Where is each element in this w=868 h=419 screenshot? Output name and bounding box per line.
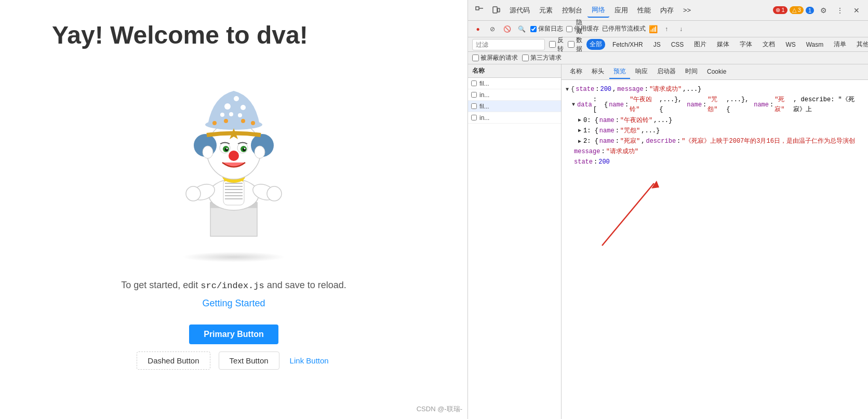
tab-elements[interactable]: 元素 (535, 4, 557, 17)
svg-line-47 (602, 183, 654, 246)
devtools-tabs: 源代码 元素 控制台 网络 应用 性能 内存 >> (505, 3, 771, 18)
network-filter-bar: 反转 隐藏数据网址 全部 Fetch/XHR JS CSS 图片 媒体 字体 文… (468, 37, 868, 52)
settings-icon[interactable]: ⚙ (816, 3, 831, 18)
search-icon[interactable]: 🔍 (516, 23, 527, 35)
svg-point-37 (229, 151, 239, 161)
tab-more[interactable]: >> (679, 4, 695, 16)
preview-tab-cookie[interactable]: Cookie (703, 66, 730, 78)
file-name: fil... (479, 80, 563, 87)
download-icon[interactable]: ↓ (675, 23, 687, 35)
filter-fetch[interactable]: Fetch/XHR (609, 40, 646, 49)
filter-js[interactable]: JS (650, 40, 664, 49)
svg-rect-43 (476, 7, 479, 10)
page-title: Yay! Welcome to dva! (52, 21, 308, 49)
preview-tab-time[interactable]: 时间 (681, 65, 702, 79)
preview-tab-response[interactable]: 响应 (631, 65, 652, 79)
svg-point-24 (220, 113, 224, 117)
preview-tab-initiator[interactable]: 启动器 (653, 65, 680, 79)
svg-point-27 (241, 119, 245, 123)
svg-point-26 (224, 119, 228, 123)
close-devtools-icon[interactable]: ✕ (849, 3, 864, 18)
third-party-checkbox[interactable]: 第三方请求 (522, 53, 562, 62)
filter-input[interactable] (472, 39, 545, 50)
filter-wasm[interactable]: Wasm (803, 40, 827, 49)
svg-point-41 (255, 146, 265, 158)
annotation-arrow (576, 178, 680, 261)
filter-other[interactable]: 其他 (853, 39, 868, 50)
filter-css[interactable]: CSS (668, 40, 687, 49)
clown-illustration (156, 65, 312, 241)
text-button[interactable]: Text Button (219, 352, 279, 370)
svg-point-19 (224, 103, 231, 110)
expand-data-arrow[interactable] (572, 101, 575, 109)
json-state-line: state : 200 (572, 157, 864, 167)
getting-started-link[interactable]: Getting Started (202, 298, 265, 309)
network-row[interactable]: in... (468, 89, 561, 101)
svg-point-25 (212, 121, 217, 125)
json-data-line: data : [ { name : "午夜凶铃" ,...}, { name :… (572, 95, 864, 115)
network-filter-bar2: 被屏蔽的请求 第三方请求 (468, 52, 868, 64)
name-col-header: 名称 (472, 66, 485, 75)
devtools-main: 名称 fil... in... fil... in... (468, 64, 868, 419)
filter-doc[interactable]: 文档 (759, 39, 778, 50)
network-row[interactable]: fil... (468, 78, 561, 89)
preserve-log-checkbox[interactable]: 保留日志 (530, 24, 563, 33)
info-badge: 1 (806, 7, 814, 14)
svg-point-22 (229, 112, 233, 116)
inspect-icon[interactable] (472, 3, 487, 18)
network-row[interactable]: in... (468, 112, 561, 124)
json-root-line: { state : 200 , message : "请求成功" ,...} (566, 85, 864, 94)
svg-point-36 (244, 148, 246, 150)
device-icon[interactable] (489, 3, 503, 18)
preview-content: { state : 200 , message : "请求成功" ,...} d… (562, 80, 868, 419)
devtools-right-icons: ⊗ 1 △ 3 1 ⚙ ⋮ ✕ (773, 3, 864, 18)
preview-tab-name[interactable]: 名称 (566, 65, 586, 79)
expand-item1-arrow[interactable] (578, 127, 581, 135)
svg-point-40 (203, 146, 213, 158)
network-request-list: 名称 fil... in... fil... in... (468, 64, 562, 419)
tab-performance[interactable]: 性能 (633, 4, 655, 17)
description: To get started, edit src/index.js and sa… (121, 278, 346, 293)
filter-ws[interactable]: WS (782, 40, 798, 49)
svg-point-28 (251, 121, 255, 125)
json-item1-line: 1: { name : "咒怨" ,...} (578, 126, 864, 136)
filter-manifest[interactable]: 清单 (831, 39, 849, 50)
preview-tab-headers[interactable]: 标头 (587, 65, 608, 79)
expand-item0-arrow[interactable] (578, 116, 581, 125)
svg-point-20 (234, 96, 239, 101)
tab-source[interactable]: 源代码 (505, 4, 534, 17)
shadow (182, 252, 286, 262)
expand-root-arrow[interactable] (566, 86, 569, 94)
tab-app[interactable]: 应用 (610, 4, 632, 17)
tab-memory[interactable]: 内存 (656, 4, 678, 17)
warn-badge: △ 3 (790, 6, 804, 14)
json-item2-line: 2: { name : "死寂" , describe : "《死寂》上映于20… (578, 137, 864, 146)
expand-item2-arrow[interactable] (578, 138, 581, 146)
dashed-button[interactable]: Dashed Button (137, 352, 210, 370)
preview-tab-preview[interactable]: 预览 (609, 65, 630, 79)
svg-point-13 (267, 186, 282, 201)
svg-point-35 (226, 148, 228, 150)
devtools-topbar: 源代码 元素 控制台 网络 应用 性能 内存 >> ⊗ 1 △ 3 1 ⚙ ⋮ … (468, 0, 868, 21)
clear-button[interactable]: 🚫 (501, 23, 513, 35)
filter-media[interactable]: 媒体 (714, 39, 732, 50)
stop-button[interactable]: ⊘ (487, 23, 498, 35)
primary-button[interactable]: Primary Button (189, 325, 278, 344)
preview-tabs: 名称 标头 预览 响应 启动器 时间 Cookie (562, 64, 868, 80)
filter-img[interactable]: 图片 (691, 39, 710, 50)
json-item0-line: 0: { name : "午夜凶铃" ,...} (578, 116, 864, 126)
filter-all[interactable]: 全部 (586, 39, 605, 50)
record-button[interactable]: ● (472, 23, 484, 35)
more-icon[interactable]: ⋮ (833, 3, 847, 18)
reverse-checkbox[interactable]: 反转 (549, 36, 564, 53)
upload-icon[interactable]: ↑ (661, 23, 672, 35)
network-toolbar: ● ⊘ 🚫 🔍 保留日志 停用缓存 已停用节流模式 📶 ↑ ↓ (468, 21, 868, 37)
network-row[interactable]: fil... (468, 101, 561, 112)
network-preview-panel: 名称 标头 预览 响应 启动器 时间 Cookie { state : (562, 64, 868, 419)
file-name: in... (479, 91, 563, 99)
blocked-requests-checkbox[interactable]: 被屏蔽的请求 (472, 53, 518, 62)
link-button[interactable]: Link Button (288, 352, 331, 369)
tab-network[interactable]: 网络 (587, 3, 609, 18)
filter-font[interactable]: 字体 (737, 39, 755, 50)
tab-console[interactable]: 控制台 (558, 4, 586, 17)
